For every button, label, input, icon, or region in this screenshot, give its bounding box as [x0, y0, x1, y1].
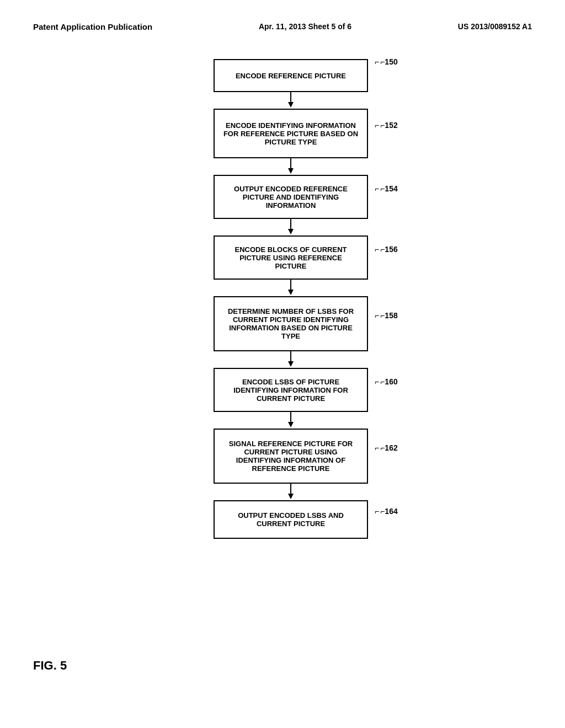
- label-152: ⌐152: [375, 121, 401, 130]
- arrow-3: [214, 219, 368, 235]
- box-154-text: OUTPUT ENCODED REFERENCE PICTURE AND IDE…: [223, 185, 359, 210]
- arrow-svg-5: [285, 351, 296, 368]
- label-158: ⌐158: [375, 311, 401, 320]
- label-150: ⌐150: [375, 57, 398, 66]
- header-left: Patent Application Publication: [33, 22, 152, 31]
- box-152: ENCODE IDENTIFYING INFORMATION FOR REFER…: [214, 109, 368, 158]
- label-162: ⌐162: [375, 443, 401, 452]
- box-160: ENCODE LSBS OF PICTURE IDENTIFYING INFOR…: [214, 368, 368, 412]
- svg-marker-3: [288, 168, 294, 174]
- fig-label: FIG. 5: [33, 659, 67, 673]
- page: Patent Application Publication Apr. 11, …: [0, 0, 565, 728]
- label-154: ⌐154: [375, 184, 401, 193]
- box-152-text: ENCODE IDENTIFYING INFORMATION FOR REFER…: [223, 121, 359, 146]
- arrow-svg-6: [285, 412, 296, 429]
- box-162-text: SIGNAL REFERENCE PICTURE FOR CURRENT PIC…: [223, 440, 359, 473]
- flow-item-162: SIGNAL REFERENCE PICTURE FOR CURRENT PIC…: [214, 429, 368, 484]
- arrow-svg-7: [285, 484, 296, 500]
- arrow-1: [214, 92, 368, 109]
- svg-marker-7: [288, 290, 294, 295]
- label-164: ⌐164: [375, 507, 401, 516]
- label-160: ⌐160: [375, 377, 401, 386]
- flow-item-160: ENCODE LSBS OF PICTURE IDENTIFYING INFOR…: [214, 368, 368, 412]
- flow-item-150: ENCODE REFERENCE PICTURE ⌐150: [214, 59, 368, 92]
- arrow-5: [214, 351, 368, 368]
- box-158-text: DETERMINE NUMBER OF LSBS FOR CURRENT PIC…: [223, 307, 359, 340]
- svg-marker-11: [288, 422, 294, 427]
- flow-item-158: DETERMINE NUMBER OF LSBS FOR CURRENT PIC…: [214, 296, 368, 351]
- flow-wrapper: ENCODE REFERENCE PICTURE ⌐150 ENCODE IDE…: [214, 59, 368, 539]
- arrow-svg-3: [285, 219, 296, 235]
- flow-item-164: OUTPUT ENCODED LSBS AND CURRENT PICTURE …: [214, 500, 368, 539]
- box-150: ENCODE REFERENCE PICTURE: [214, 59, 368, 92]
- box-162: SIGNAL REFERENCE PICTURE FOR CURRENT PIC…: [214, 429, 368, 484]
- box-164: OUTPUT ENCODED LSBS AND CURRENT PICTURE: [214, 500, 368, 539]
- box-160-text: ENCODE LSBS OF PICTURE IDENTIFYING INFOR…: [223, 378, 359, 403]
- box-154: OUTPUT ENCODED REFERENCE PICTURE AND IDE…: [214, 175, 368, 219]
- arrow-4: [214, 280, 368, 296]
- label-156: ⌐156: [375, 245, 401, 254]
- header-center: Apr. 11, 2013 Sheet 5 of 6: [259, 22, 351, 31]
- fig-label-text: FIG. 5: [33, 659, 67, 672]
- arrow-svg-2: [285, 158, 296, 175]
- box-150-text: ENCODE REFERENCE PICTURE: [236, 72, 346, 80]
- arrow-svg-1: [285, 92, 296, 109]
- box-164-text: OUTPUT ENCODED LSBS AND CURRENT PICTURE: [223, 511, 359, 528]
- svg-marker-5: [288, 229, 294, 234]
- svg-marker-1: [288, 102, 294, 108]
- flow-item-154: OUTPUT ENCODED REFERENCE PICTURE AND IDE…: [214, 175, 368, 219]
- box-158: DETERMINE NUMBER OF LSBS FOR CURRENT PIC…: [214, 296, 368, 351]
- flow-item-156: ENCODE BLOCKS OF CURRENT PICTURE USING R…: [214, 235, 368, 280]
- arrow-svg-4: [285, 280, 296, 296]
- svg-marker-13: [288, 494, 294, 499]
- diagram-container: ENCODE REFERENCE PICTURE ⌐150 ENCODE IDE…: [33, 59, 532, 539]
- arrow-2: [214, 158, 368, 175]
- header: Patent Application Publication Apr. 11, …: [33, 22, 532, 31]
- flow-item-152: ENCODE IDENTIFYING INFORMATION FOR REFER…: [214, 109, 368, 158]
- header-right: US 2013/0089152 A1: [458, 22, 532, 31]
- box-156: ENCODE BLOCKS OF CURRENT PICTURE USING R…: [214, 235, 368, 280]
- arrow-7: [214, 484, 368, 500]
- svg-marker-9: [288, 361, 294, 367]
- arrow-6: [214, 412, 368, 429]
- box-156-text: ENCODE BLOCKS OF CURRENT PICTURE USING R…: [223, 245, 359, 270]
